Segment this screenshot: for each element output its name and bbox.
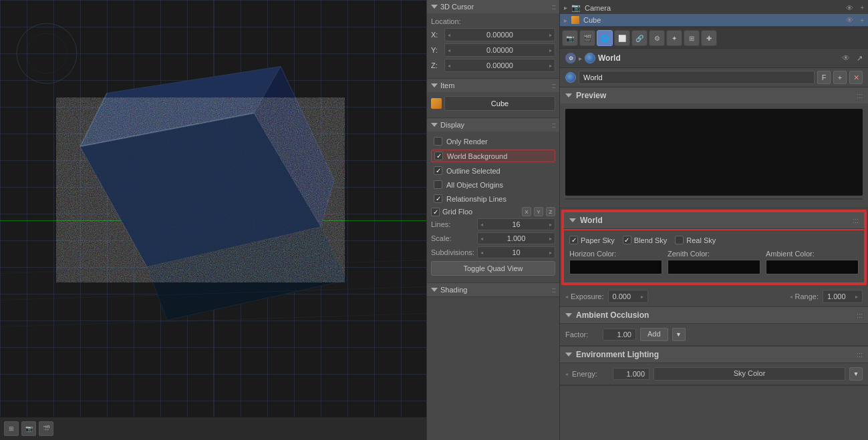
exposure-label: Exposure: <box>571 292 604 300</box>
world-name-input[interactable] <box>579 71 815 84</box>
ao-add-btn[interactable]: Add <box>640 328 668 341</box>
outline-selected-checkbox[interactable] <box>434 166 442 175</box>
env-energy-input[interactable]: 1.000 <box>613 368 649 380</box>
y-axis-btn[interactable]: Y <box>534 207 543 216</box>
outliner-cube-row[interactable]: ▸ Cube 👁 + <box>560 14 868 26</box>
cursor-section: 3D Cursor ::: Location: X: ◂ 0.00000 ▸ Y… <box>427 0 559 79</box>
ao-factor-label: Factor: <box>565 331 599 339</box>
sky-color-btn[interactable]: Sky Color <box>654 367 845 381</box>
cursor-header[interactable]: 3D Cursor ::: <box>427 0 559 13</box>
y-coord-row: Y: ◂ 0.00000 ▸ <box>431 43 555 57</box>
tab-particles[interactable]: ✦ <box>666 30 682 46</box>
shading-section: Shading ::: <box>427 283 559 297</box>
render-btn[interactable]: 🎬 <box>39 421 53 436</box>
range-input[interactable]: 1.000 ▸ <box>823 290 863 303</box>
z-axis-btn[interactable]: Z <box>546 207 555 216</box>
env-triangle-icon <box>565 353 572 357</box>
y-input[interactable]: ◂ 0.00000 ▸ <box>444 43 555 57</box>
viewport-3d[interactable]: ⊞ 📷 🎬 <box>0 0 426 440</box>
zenith-color-swatch[interactable] <box>668 260 760 274</box>
shading-header[interactable]: Shading ::: <box>427 283 559 296</box>
ambient-color-label: Ambient Color: <box>766 250 859 258</box>
cursor-title: 3D Cursor <box>440 3 474 11</box>
lines-input[interactable]: ◂ 16 ▸ <box>477 218 555 230</box>
item-triangle-icon <box>431 83 438 87</box>
real-sky-label: Real Sky <box>686 236 716 244</box>
item-name-input[interactable] <box>444 96 555 111</box>
world-panel: ▸ 📷 Camera 👁 + ▸ Cube 👁 + 📷 🎬 🌐 ⬜ 🔗 ⚙ ✦ … <box>560 0 868 440</box>
ao-dropdown-btn[interactable]: ▼ <box>672 328 686 341</box>
zenith-color-col: Zenith Color: <box>668 250 760 274</box>
z-label: Z: <box>431 61 444 69</box>
ao-title: Ambient Occlusion <box>576 310 649 320</box>
orbit-indicator <box>13 20 80 87</box>
svg-line-10 <box>0 314 426 327</box>
item-body <box>427 92 559 118</box>
all-object-origins-checkbox[interactable] <box>434 180 442 189</box>
world-background-checkbox[interactable] <box>434 152 443 160</box>
item-dots-icon: ::: <box>552 82 555 89</box>
exposure-range-row: ◂ Exposure: 0.000 ▸ ◂ Range: 1.000 ▸ <box>560 286 868 307</box>
ao-header[interactable]: Ambient Occlusion ::: <box>560 307 868 324</box>
tab-scene[interactable]: 🎬 <box>579 30 595 46</box>
all-object-origins-row: All Object Origins <box>431 179 555 190</box>
ambient-color-swatch[interactable] <box>766 260 859 274</box>
world-props-header[interactable]: World ::: <box>563 211 865 229</box>
real-sky-checkbox[interactable] <box>675 236 684 244</box>
scale-row: Scale: ◂ 1.000 ▸ <box>431 232 555 244</box>
svg-point-11 <box>17 23 77 83</box>
breadcrumb-icon: ⚙ <box>565 53 576 63</box>
env-dots-icon: ::: <box>857 351 863 359</box>
shading-title: Shading <box>440 286 467 294</box>
tab-physics[interactable]: ⊞ <box>684 30 700 46</box>
eye-icon-cube: 👁 <box>846 16 853 24</box>
world-name-bar: F + ✕ <box>560 68 868 87</box>
tab-modifier[interactable]: ⚙ <box>649 30 665 46</box>
scale-label: Scale: <box>431 234 474 242</box>
lines-row: Lines: ◂ 16 ▸ <box>431 218 555 230</box>
location-label: Location: <box>431 17 555 25</box>
ao-factor-input[interactable]: 1.00 <box>603 328 636 341</box>
f-button[interactable]: F <box>817 71 831 84</box>
plus-button[interactable]: + <box>833 71 847 84</box>
blend-sky-checkbox[interactable] <box>623 236 631 244</box>
camera-btn[interactable]: 📷 <box>21 421 36 436</box>
env-energy-row: ◂ Energy: 1.000 Sky Color ▼ <box>565 367 863 381</box>
outliner-camera-row[interactable]: ▸ 📷 Camera 👁 + <box>560 1 868 14</box>
relationship-lines-checkbox[interactable] <box>434 194 442 203</box>
only-render-checkbox[interactable] <box>434 137 442 146</box>
horizon-color-swatch[interactable] <box>569 260 662 274</box>
preview-title: Preview <box>576 91 606 100</box>
color-labels-row: Horizon Color: Zenith Color: Ambient Col… <box>569 250 859 274</box>
world-props-triangle-icon <box>569 218 576 222</box>
exposure-input[interactable]: 0.000 ▸ <box>608 290 648 303</box>
svg-point-12 <box>27 33 67 73</box>
range-label: Range: <box>795 292 819 300</box>
display-header[interactable]: Display ::: <box>427 118 559 132</box>
item-header[interactable]: Item ::: <box>427 79 559 92</box>
paper-sky-checkbox[interactable] <box>569 236 578 244</box>
tab-constraint[interactable]: 🔗 <box>631 30 647 46</box>
subdivisions-label: Subdivisions: <box>431 248 474 256</box>
ambient-occlusion-section: Ambient Occlusion ::: Factor: 1.00 Add ▼ <box>560 307 868 347</box>
lines-label: Lines: <box>431 220 474 228</box>
preview-header[interactable]: Preview ::: <box>560 87 868 103</box>
x-axis-btn[interactable]: X <box>522 207 531 216</box>
ao-factor-row: Factor: 1.00 Add ▼ <box>565 328 863 341</box>
tab-extra[interactable]: ✚ <box>701 30 717 46</box>
x-button[interactable]: ✕ <box>849 71 863 84</box>
grid-toggle-btn[interactable]: ⊞ <box>4 421 19 436</box>
env-header[interactable]: Environment Lighting ::: <box>560 347 868 363</box>
tab-render[interactable]: 📷 <box>562 30 578 46</box>
scale-input[interactable]: ◂ 1.000 ▸ <box>477 232 555 244</box>
world-properties-section: World ::: Paper Sky Blend Sky Real Sky <box>561 210 867 285</box>
grid-floor-checkbox[interactable] <box>431 208 440 216</box>
z-input[interactable]: ◂ 0.00000 ▸ <box>444 59 555 72</box>
tab-object[interactable]: ⬜ <box>614 30 630 46</box>
sky-color-dropdown[interactable]: ▼ <box>849 367 863 381</box>
subdivisions-input[interactable]: ◂ 10 ▸ <box>477 246 555 258</box>
tab-world[interactable]: 🌐 <box>597 30 613 46</box>
properties-panel: 3D Cursor ::: Location: X: ◂ 0.00000 ▸ Y… <box>426 0 560 440</box>
toggle-quad-view-btn[interactable]: Toggle Quad View <box>431 261 555 276</box>
x-input[interactable]: ◂ 0.00000 ▸ <box>444 28 555 41</box>
